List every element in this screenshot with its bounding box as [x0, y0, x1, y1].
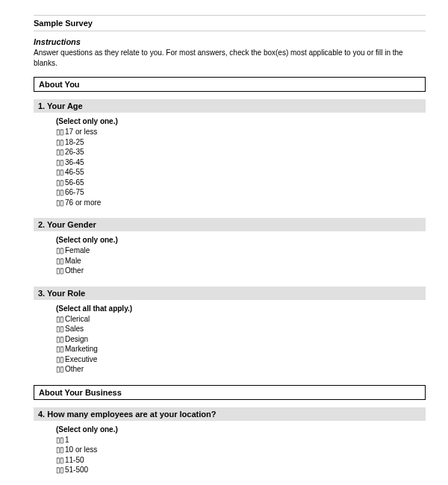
survey-option[interactable]: ▯▯Other	[56, 266, 426, 276]
checkbox-icon: ▯▯	[56, 445, 63, 454]
checkbox-icon: ▯▯	[56, 257, 63, 265]
checkbox-icon: ▯▯	[56, 266, 63, 275]
survey-option[interactable]: ▯▯51-500	[56, 465, 426, 475]
checkbox-icon: ▯▯	[56, 436, 63, 444]
option-label: Clerical	[65, 315, 90, 323]
option-label: Sales	[65, 325, 84, 333]
survey-option[interactable]: ▯▯Executive	[56, 354, 426, 365]
checkbox-icon: ▯▯	[56, 178, 63, 187]
question-title: 4. How many employees are at your locati…	[34, 407, 426, 421]
option-label: Design	[65, 335, 88, 343]
option-label: 17 or less	[65, 128, 97, 136]
document-page: Sample Survey Instructions Answer questi…	[0, 0, 448, 485]
checkbox-icon: ▯▯	[56, 345, 63, 353]
question-body: (Select only one.) ▯▯Female ▯▯Male ▯▯Oth…	[34, 231, 426, 276]
option-label: 10 or less	[65, 445, 97, 454]
survey-option[interactable]: ▯▯56-65	[56, 178, 426, 188]
page-title: Sample Survey	[34, 15, 426, 31]
survey-option[interactable]: ▯▯10 or less	[56, 445, 426, 455]
option-label: 1	[65, 436, 69, 444]
survey-option[interactable]: ▯▯18-25	[56, 137, 426, 148]
option-label: Other	[65, 365, 84, 373]
question: 3. Your Role (Select all that apply.) ▯▯…	[34, 287, 426, 375]
checkbox-icon: ▯▯	[56, 168, 63, 176]
question-title: 2. Your Gender	[34, 218, 426, 231]
survey-option[interactable]: ▯▯Clerical	[56, 314, 426, 325]
option-label: 26-35	[65, 148, 84, 156]
question-title: 3. Your Role	[34, 287, 426, 300]
checkbox-icon: ▯▯	[56, 466, 63, 474]
option-label: Marketing	[65, 345, 98, 353]
survey-option[interactable]: ▯▯Sales	[56, 324, 426, 334]
option-label: 66-75	[65, 188, 84, 196]
question-hint: (Select only one.)	[56, 236, 426, 244]
option-label: 18-25	[65, 138, 84, 146]
question-body: (Select only one.) ▯▯17 or less ▯▯18-25 …	[34, 113, 426, 207]
instructions-heading: Instructions	[34, 37, 426, 46]
question: 1. Your Age (Select only one.) ▯▯17 or l…	[34, 99, 426, 207]
question-hint: (Select only one.)	[56, 425, 426, 434]
option-label: 56-65	[65, 178, 84, 187]
survey-option[interactable]: ▯▯Design	[56, 334, 426, 345]
checkbox-icon: ▯▯	[56, 246, 63, 254]
option-label: Female	[65, 246, 90, 254]
checkbox-icon: ▯▯	[56, 335, 63, 343]
checkbox-icon: ▯▯	[56, 198, 63, 207]
question-body: (Select all that apply.) ▯▯Clerical ▯▯Sa…	[34, 300, 426, 375]
instructions-text: Answer questions as they relate to you. …	[34, 48, 426, 68]
survey-option[interactable]: ▯▯Female	[56, 245, 426, 256]
checkbox-icon: ▯▯	[56, 188, 63, 196]
question-hint: (Select only one.)	[56, 117, 426, 125]
question-body: (Select only one.) ▯▯1 ▯▯10 or less ▯▯11…	[34, 421, 426, 475]
survey-option[interactable]: ▯▯1	[56, 435, 426, 445]
checkbox-icon: ▯▯	[56, 158, 63, 166]
option-label: 46-55	[65, 168, 84, 176]
question-hint: (Select all that apply.)	[56, 304, 426, 313]
survey-option[interactable]: ▯▯Marketing	[56, 344, 426, 354]
survey-option[interactable]: ▯▯17 or less	[56, 127, 426, 137]
survey-option[interactable]: ▯▯76 or more	[56, 198, 426, 208]
checkbox-icon: ▯▯	[56, 456, 63, 464]
survey-option[interactable]: ▯▯36-45	[56, 157, 426, 168]
option-label: 51-500	[65, 466, 88, 474]
question-title: 1. Your Age	[34, 99, 426, 113]
survey-option[interactable]: ▯▯66-75	[56, 187, 426, 198]
survey-option[interactable]: ▯▯Other	[56, 364, 426, 375]
survey-option[interactable]: ▯▯11-50	[56, 455, 426, 466]
option-label: Male	[65, 257, 81, 265]
option-label: 11-50	[65, 456, 84, 464]
question: 2. Your Gender (Select only one.) ▯▯Fema…	[34, 218, 426, 276]
survey-option[interactable]: ▯▯46-55	[56, 167, 426, 178]
checkbox-icon: ▯▯	[56, 138, 63, 146]
checkbox-icon: ▯▯	[56, 365, 63, 373]
section-header: About Your Business	[34, 385, 426, 400]
survey-option[interactable]: ▯▯26-35	[56, 147, 426, 157]
checkbox-icon: ▯▯	[56, 355, 63, 363]
checkbox-icon: ▯▯	[56, 315, 63, 323]
option-label: 36-45	[65, 158, 84, 166]
option-label: Executive	[65, 355, 97, 363]
checkbox-icon: ▯▯	[56, 128, 63, 136]
section-header: About You	[34, 77, 426, 92]
option-label: 76 or more	[65, 198, 101, 207]
question: 4. How many employees are at your locati…	[34, 407, 426, 475]
checkbox-icon: ▯▯	[56, 325, 63, 333]
checkbox-icon: ▯▯	[56, 148, 63, 156]
option-label: Other	[65, 266, 84, 275]
survey-option[interactable]: ▯▯Male	[56, 256, 426, 266]
